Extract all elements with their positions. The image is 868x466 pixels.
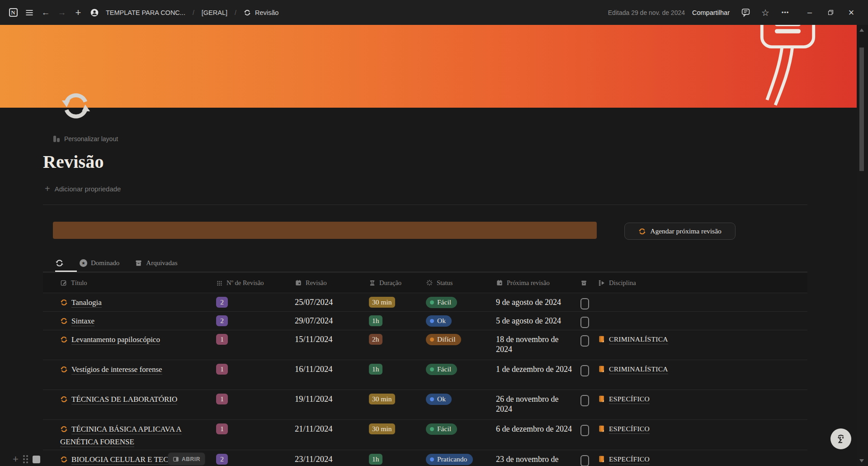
cell-discipline[interactable]: ESPECÍFICO xyxy=(593,450,807,466)
page-title[interactable]: Revisão xyxy=(43,151,104,172)
cell-archive[interactable] xyxy=(575,330,593,360)
cell-date[interactable]: 21/11/2024 xyxy=(290,420,362,450)
table-row[interactable]: Levantamento papiloscópico 1 15/11/2024 … xyxy=(43,330,807,360)
cell-discipline[interactable] xyxy=(593,293,807,311)
cell-title[interactable]: Tanalogia xyxy=(43,293,212,311)
cell-next-review[interactable]: 1 de dezembro de 2024 xyxy=(491,360,575,390)
cell-duration[interactable]: 1h xyxy=(362,450,420,466)
favorite-icon[interactable]: ☆ xyxy=(760,7,771,19)
view-tab-active-sync[interactable] xyxy=(55,259,64,267)
page-icon-sync[interactable] xyxy=(59,90,93,122)
cell-duration[interactable]: 30 min xyxy=(362,390,420,419)
cell-date[interactable]: 15/11/2024 xyxy=(290,330,362,360)
row-select-checkbox[interactable] xyxy=(33,456,40,463)
checkbox[interactable] xyxy=(580,395,589,406)
cell-archive[interactable] xyxy=(575,360,593,390)
checkbox[interactable] xyxy=(580,317,589,328)
cell-status[interactable]: Fácil xyxy=(420,293,491,311)
cell-discipline[interactable]: CRIMINALÍSTICA xyxy=(593,360,807,390)
checkbox[interactable] xyxy=(580,298,589,309)
table-row[interactable]: Vestígios de interesse forense 1 16/11/2… xyxy=(43,360,807,390)
cell-next-review[interactable]: 6 de dezembro de 2024 xyxy=(491,420,575,450)
cell-next-review[interactable]: 9 de agosto de 2024 xyxy=(491,293,575,311)
scrollbar[interactable] xyxy=(857,25,868,466)
back-icon[interactable]: ← xyxy=(41,8,51,18)
cell-archive[interactable] xyxy=(575,293,593,311)
cell-date[interactable]: 25/07/2024 xyxy=(290,293,362,311)
share-button[interactable]: Compartilhar xyxy=(692,9,730,16)
scroll-down-icon[interactable] xyxy=(859,459,864,462)
cell-archive[interactable] xyxy=(575,390,593,419)
cell-next-review[interactable]: 5 de agosto de 2024 xyxy=(491,312,575,330)
close-icon[interactable]: × xyxy=(841,0,862,25)
add-property-button[interactable]: + Adicionar propriedade xyxy=(45,184,121,194)
cell-discipline[interactable]: CRIMINALÍSTICA xyxy=(593,330,807,360)
cell-discipline[interactable] xyxy=(593,312,807,330)
cell-n[interactable]: 2 xyxy=(212,293,290,311)
column-header-revisao[interactable]: Revisão xyxy=(290,273,362,293)
cell-next-review[interactable]: 26 de novembro de 2024 xyxy=(491,390,575,419)
view-tab-dominado[interactable]: ★ Dominado xyxy=(80,259,119,267)
view-tab-arquivadas[interactable]: Arquivadas xyxy=(135,259,177,267)
new-page-icon[interactable]: + xyxy=(73,8,83,18)
notion-ai-face-button[interactable] xyxy=(830,428,851,449)
scroll-up-icon[interactable] xyxy=(859,29,864,32)
cell-status[interactable]: Praticando xyxy=(420,450,491,466)
cell-next-review[interactable]: 18 de novembro de 2024 xyxy=(491,330,575,360)
cell-status[interactable]: Fácil xyxy=(420,360,491,390)
table-row[interactable]: BIOLOGIA CELULAR E TEC ABRIR 2 23/11/202… xyxy=(43,450,807,466)
cell-date[interactable]: 19/11/2024 xyxy=(290,390,362,419)
column-header-archive[interactable] xyxy=(575,273,593,293)
cell-title[interactable]: TÉCNICAS DE LABORATÓRIO xyxy=(43,390,212,419)
cell-n[interactable]: 2 xyxy=(212,450,290,466)
table-row[interactable]: Tanalogia 2 25/07/2024 30 min Fácil 9 de… xyxy=(43,293,807,312)
cell-title[interactable]: TÉCINICA BÁSICA APLICAVA A GENÉTICA FORE… xyxy=(43,420,212,450)
cell-n[interactable]: 1 xyxy=(212,390,290,419)
column-header-proxima-revisao[interactable]: Próxima revisão xyxy=(491,273,575,293)
table-row[interactable]: Sintaxe 2 29/07/2024 1h Ok 5 de agosto d… xyxy=(43,312,807,330)
column-header-status[interactable]: Status xyxy=(420,273,491,293)
cell-title[interactable]: Vestígios de interesse forense xyxy=(43,360,212,390)
schedule-next-review-button[interactable]: Agendar próxima revisão xyxy=(624,223,736,240)
cell-date[interactable]: 29/07/2024 xyxy=(290,312,362,330)
notion-logo[interactable]: N xyxy=(8,8,18,18)
cell-discipline[interactable]: ESPECÍFICO xyxy=(593,420,807,450)
add-row-icon[interactable]: + xyxy=(13,453,19,465)
column-header-disciplina[interactable]: Disciplina xyxy=(593,273,807,293)
checkbox[interactable] xyxy=(580,425,589,436)
cell-status[interactable]: Ok xyxy=(420,390,491,419)
cell-archive[interactable] xyxy=(575,420,593,450)
table-row[interactable]: TÉCINICA BÁSICA APLICAVA A GENÉTICA FORE… xyxy=(43,420,807,450)
cell-date[interactable]: 23/11/2024 xyxy=(290,450,362,466)
cell-title[interactable]: Sintaxe xyxy=(43,312,212,330)
comments-icon[interactable] xyxy=(740,7,751,19)
cell-duration[interactable]: 30 min xyxy=(362,293,420,311)
cell-n[interactable]: 1 xyxy=(212,420,290,450)
open-row-button[interactable]: ABRIR xyxy=(168,453,205,465)
more-icon[interactable]: ••• xyxy=(779,7,791,19)
drag-handle-icon[interactable] xyxy=(23,455,28,463)
cell-next-review[interactable]: 23 de novembro de xyxy=(491,450,575,466)
column-header-duracao[interactable]: Duração xyxy=(362,273,420,293)
cell-duration[interactable]: 1h xyxy=(362,360,420,390)
cell-archive[interactable] xyxy=(575,450,593,466)
cell-status[interactable]: Fácil xyxy=(420,420,491,450)
cell-discipline[interactable]: ESPECÍFICO xyxy=(593,390,807,419)
cell-duration[interactable]: 30 min xyxy=(362,420,420,450)
cell-status[interactable]: Ok xyxy=(420,312,491,330)
cell-n[interactable]: 1 xyxy=(212,330,290,360)
cell-archive[interactable] xyxy=(575,312,593,330)
forward-icon[interactable]: → xyxy=(57,8,67,18)
table-row[interactable]: TÉCNICAS DE LABORATÓRIO 1 19/11/2024 30 … xyxy=(43,390,807,420)
restore-icon[interactable] xyxy=(820,0,841,25)
breadcrumb-item-geral[interactable]: [GERAL] xyxy=(202,9,227,16)
cell-n[interactable]: 1 xyxy=(212,360,290,390)
breadcrumb-item-workspace[interactable]: TEMPLATE PARA CONC... xyxy=(106,9,185,16)
checkbox[interactable] xyxy=(580,365,589,376)
minimize-icon[interactable]: – xyxy=(799,0,820,25)
cover-image[interactable] xyxy=(0,25,857,108)
scrollbar-thumb[interactable] xyxy=(859,48,864,171)
cell-duration[interactable]: 1h xyxy=(362,312,420,330)
cell-duration[interactable]: 2h xyxy=(362,330,420,360)
column-header-n-revisao[interactable]: Nº de Revisão xyxy=(212,273,290,293)
